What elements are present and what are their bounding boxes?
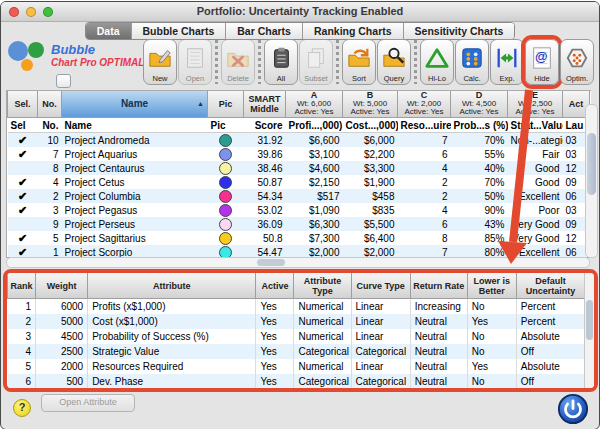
column-header-weight[interactable]: Weight: [36, 273, 88, 299]
toolbar-button-label: New: [152, 74, 167, 83]
scrollbar-thumb[interactable]: [257, 259, 285, 266]
attribute-row-cost-x-1-000[interactable]: 25000Cost (x$1,000)YesNumericalLinearNeu…: [8, 314, 585, 329]
subheader-no: No.: [38, 118, 62, 133]
column-header-c[interactable]: CWt: 2,000Active: Yes: [398, 91, 451, 118]
open-button[interactable]: Open: [178, 39, 212, 85]
cell: 4500: [36, 329, 88, 344]
open-attribute-button[interactable]: Open Attribute: [41, 394, 135, 412]
cell: 90%: [451, 203, 508, 217]
cell: 5: [38, 231, 62, 245]
scrollbar-thumb[interactable]: [587, 133, 596, 195]
project-row-project-perseus[interactable]: 9Project Perseus36.09$6,300$5,500643%Ver…: [8, 217, 590, 231]
projects-horizontal-scrollbar[interactable]: [6, 257, 590, 268]
project-color-bubble-icon: [219, 176, 232, 189]
project-row-project-andromeda[interactable]: ✔10Project Andromeda31.92$6,600$6,000770…: [8, 133, 590, 148]
cell: 5000: [36, 314, 88, 329]
column-header-name[interactable]: Name▲: [62, 91, 208, 118]
cell: 85%: [451, 231, 508, 245]
row-checkmark[interactable]: ✔: [8, 133, 38, 148]
cell: Categorical: [351, 374, 410, 389]
project-color-bubble-icon: [219, 162, 232, 175]
select-all-checkbox[interactable]: [56, 74, 71, 88]
hide-button[interactable]: @Hide: [525, 39, 559, 85]
column-header-attribute-type[interactable]: Attribute Type: [294, 273, 351, 299]
column-header-smart-middle[interactable]: SMART Middle: [244, 91, 286, 118]
delete-button[interactable]: Delete: [221, 39, 255, 85]
attribute-row-dev-phase[interactable]: 6500Dev. PhaseYesCategoricalCategoricalN…: [8, 374, 585, 389]
row-checkmark[interactable]: [8, 161, 38, 175]
help-icon[interactable]: ?: [13, 399, 31, 417]
tab-sensitivity-charts[interactable]: Sensitivity Charts: [404, 23, 515, 39]
attribute-row-profits-x-1-000[interactable]: 16000Profits (x$1,000)YesNumericalLinear…: [8, 299, 585, 315]
cell: $3,100: [286, 147, 343, 161]
column-header-e[interactable]: EWt: 2,500Active: Yes: [508, 91, 563, 118]
project-row-project-cetus[interactable]: ✔4Project Cetus50.87$2,150$1,900270%Good…: [8, 175, 590, 189]
column-header-d[interactable]: DWt: 4,500Active: Yes: [451, 91, 508, 118]
cell: Fair: [508, 147, 563, 161]
cell: Numerical: [294, 299, 351, 315]
window-title: Portfolio: Uncertainty Tracking Enabled: [1, 5, 599, 17]
tab-data[interactable]: Data: [86, 23, 132, 39]
project-row-project-pegasus[interactable]: ✔3Project Pegasus53.02$1,090$835490%Poor…: [8, 203, 590, 217]
tab-ranking-charts[interactable]: Ranking Charts: [303, 23, 404, 39]
query-button[interactable]: Query: [377, 39, 411, 85]
project-row-project-aquarius[interactable]: ✔7Project Aquarius39.86$3,100$2,200655%F…: [8, 147, 590, 161]
row-checkmark[interactable]: ✔: [8, 231, 38, 245]
exp-button[interactable]: Exp.: [490, 39, 524, 85]
cell: $7,300: [286, 231, 343, 245]
cell: $4,600: [286, 161, 343, 175]
cell: 8: [38, 161, 62, 175]
column-header-active[interactable]: Active: [256, 273, 294, 299]
optim-button[interactable]: Optim.: [560, 39, 594, 85]
hi-lo-button[interactable]: Hi-Lo: [420, 39, 454, 85]
tab-bar-charts[interactable]: Bar Charts: [226, 23, 303, 39]
attributes-vertical-scrollbar[interactable]: [584, 273, 594, 388]
toolbar-button-label: Hi-Lo: [428, 74, 446, 83]
cell: Very Good: [508, 217, 563, 231]
cell: Categorical: [294, 344, 351, 359]
calc-button[interactable]: Calc.: [455, 39, 489, 85]
projects-vertical-scrollbar[interactable]: [585, 104, 598, 258]
all-button[interactable]: All: [264, 39, 298, 85]
cell: Yes: [256, 344, 294, 359]
column-header-pic[interactable]: Pic: [208, 91, 244, 118]
row-checkmark[interactable]: ✔: [8, 147, 38, 161]
toolbar-divider: [336, 40, 339, 84]
attribute-row-resources-required[interactable]: 52000Resources RequiredYesNumericalLinea…: [8, 359, 585, 374]
open-doc-icon: [183, 42, 207, 74]
row-checkmark[interactable]: ✔: [8, 203, 38, 217]
cell: Cost (x$1,000): [88, 314, 256, 329]
cell: Project Cetus: [62, 175, 208, 189]
column-header-lower-is-better[interactable]: Lower is Better: [467, 273, 516, 299]
sort-button[interactable]: Sort: [342, 39, 376, 85]
column-header-a[interactable]: AWt: 6,000Active: Yes: [286, 91, 343, 118]
attribute-row-strategic-value[interactable]: 42500Strategic ValueYesCategoricalCatego…: [8, 344, 585, 359]
column-header-rank[interactable]: Rank: [8, 273, 36, 299]
cell: Absolute: [516, 329, 584, 344]
column-header-default-uncertainty[interactable]: Default Uncertainty: [516, 273, 584, 299]
project-row-project-columbia[interactable]: ✔2Project Columbia54.34$517$458250%Excel…: [8, 189, 590, 203]
column-header-attribute[interactable]: Attribute: [88, 273, 256, 299]
cell: 6: [8, 374, 36, 389]
column-header-b[interactable]: BWt: 5,000Active: Yes: [343, 91, 398, 118]
scrollbar-thumb[interactable]: [586, 300, 593, 340]
subset-button[interactable]: Subset: [299, 39, 333, 85]
new-button[interactable]: New: [143, 39, 177, 85]
attribute-row-probability-of-success[interactable]: 34500Probability of Success (%)YesNumeri…: [8, 329, 585, 344]
delete-folder-icon: [226, 42, 250, 74]
row-checkmark[interactable]: [8, 217, 38, 231]
column-header-curve-type[interactable]: Curve Type: [351, 273, 410, 299]
column-header-return-rate[interactable]: Return Rate: [410, 273, 467, 299]
project-row-project-sagittarius[interactable]: ✔5Project Sagittarius50.8$7,300$6,400885…: [8, 231, 590, 245]
cell: [208, 161, 244, 175]
cell: Project Columbia: [62, 189, 208, 203]
column-header-sel[interactable]: Sel.: [8, 91, 38, 118]
power-button[interactable]: [557, 393, 589, 425]
tab-bubble-charts[interactable]: Bubble Charts: [132, 23, 227, 39]
project-row-project-centaurus[interactable]: 8Project Centaurus38.46$4,600$3,300440%G…: [8, 161, 590, 175]
column-header-no[interactable]: No.: [38, 91, 62, 118]
cell: $2,150: [286, 175, 343, 189]
row-checkmark[interactable]: ✔: [8, 175, 38, 189]
row-checkmark[interactable]: ✔: [8, 189, 38, 203]
cell: 3: [8, 329, 36, 344]
